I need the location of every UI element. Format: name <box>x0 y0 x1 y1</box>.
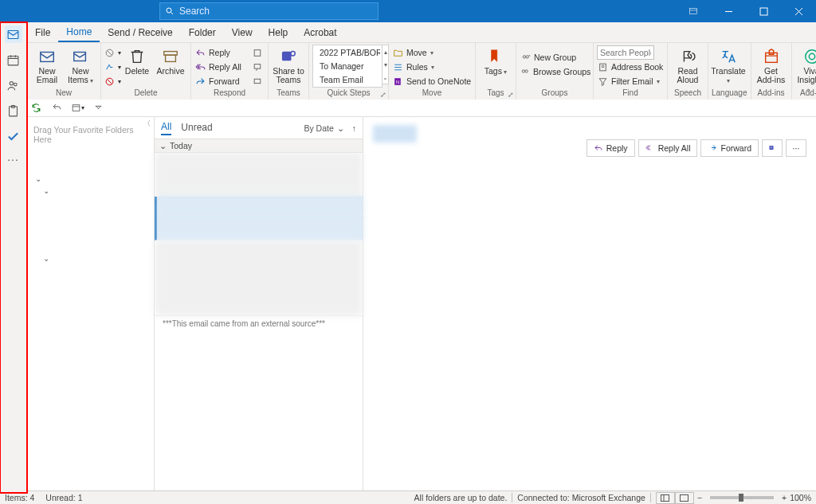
view-reading[interactable] <box>675 492 694 504</box>
todo-rail-button[interactable] <box>5 127 22 145</box>
new-email-button[interactable]: New Email <box>30 45 64 84</box>
menu-file[interactable]: File <box>27 22 58 42</box>
quickstep-1[interactable]: 2022 PTAB/BOR... <box>314 46 381 59</box>
send-onenote-button[interactable]: NSend to OneNote <box>392 75 472 88</box>
status-sync: All folders are up to date. <box>414 493 508 502</box>
svg-rect-9 <box>41 53 54 62</box>
menu-help[interactable]: Help <box>261 22 296 42</box>
undo-button[interactable] <box>49 101 64 115</box>
group-label-teams: Teams <box>272 88 305 100</box>
junk-button[interactable]: ▾ <box>104 75 120 88</box>
folder-expander-1[interactable]: ⌄ <box>32 173 151 185</box>
folder-expander-2[interactable]: ⌄ <box>32 185 151 197</box>
sync-button[interactable] <box>29 101 43 115</box>
group-label-language: Language <box>712 88 747 100</box>
move-button[interactable]: Move <box>392 46 472 59</box>
rp-more-button[interactable]: ··· <box>786 139 806 157</box>
new-group-button[interactable]: New Group <box>520 51 590 64</box>
svg-rect-14 <box>166 55 176 61</box>
svg-text:N: N <box>396 79 399 84</box>
calendar-rail-button[interactable] <box>5 51 22 68</box>
quickstep-2[interactable]: To Manager <box>314 60 381 72</box>
archive-button[interactable]: Archive <box>154 45 187 76</box>
menu-view[interactable]: View <box>224 22 261 42</box>
ribbon-group-language: Translate Language <box>708 43 751 100</box>
sort-button[interactable]: By Date⌄↑ <box>304 123 356 133</box>
collapse-folder-pane[interactable]: 〈 <box>143 119 151 129</box>
view-switcher[interactable] <box>656 492 694 504</box>
menu-acrobat[interactable]: Acrobat <box>296 22 344 42</box>
get-addins-button[interactable]: Get Add-ins <box>755 45 788 84</box>
ribbon-group-tags: Tags Tags ⤢ <box>476 43 516 100</box>
read-aloud-button[interactable]: Read Aloud <box>671 45 704 84</box>
menu-folder[interactable]: Folder <box>181 22 224 42</box>
message-tab-all[interactable]: All <box>161 121 171 135</box>
search-box[interactable] <box>159 2 379 20</box>
svg-rect-17 <box>254 79 261 83</box>
viva-insights-button[interactable]: Viva Insights <box>795 45 817 84</box>
main-content: 〈 Drag Your Favorite Folders Here ⌄ ⌄ ⌄ … <box>0 117 816 490</box>
rp-reply-button[interactable]: Reply <box>586 139 635 157</box>
ribbon-group-find: Address Book Filter Email Find <box>594 43 668 100</box>
rp-teams-button[interactable]: T <box>762 139 783 157</box>
group-label-quicksteps: Quick Steps <box>312 88 385 100</box>
quickstep-scroll[interactable]: ▴▾⌄ <box>382 45 389 84</box>
ribbon-group-addin: Viva Insights Add-in <box>792 43 817 100</box>
reply-button[interactable]: Reply <box>194 46 252 59</box>
zoom-out[interactable]: − <box>697 493 702 502</box>
close-button[interactable] <box>781 0 816 22</box>
svg-point-24 <box>523 55 525 57</box>
message-item-2[interactable] <box>155 197 363 240</box>
new-items-button[interactable]: New Items <box>64 45 97 84</box>
rules-button[interactable]: Rules <box>392 61 472 73</box>
more-respond-button[interactable] <box>252 75 265 88</box>
tags-button[interactable]: Tags <box>479 45 512 76</box>
ribbon-group-delete: ▾ ▾ ▾ Delete Archive Delete <box>101 43 191 100</box>
customize-qat-button[interactable] <box>91 101 105 115</box>
translate-button[interactable]: Translate <box>712 45 745 85</box>
minimize-button[interactable] <box>711 0 746 22</box>
message-item-1[interactable] <box>155 153 363 197</box>
meeting-button[interactable] <box>252 46 265 59</box>
collapse-ribbon-button[interactable]: ⌃ <box>805 88 811 96</box>
delete-button[interactable]: Delete <box>120 45 154 76</box>
mail-rail-button[interactable] <box>5 25 22 43</box>
quicksteps-launcher[interactable]: ⤢ <box>380 91 386 99</box>
search-input[interactable] <box>179 6 373 17</box>
filter-email-button[interactable]: Filter Email <box>597 75 664 88</box>
people-rail-button[interactable] <box>5 76 22 94</box>
rp-forward-button[interactable]: Forward <box>700 139 759 157</box>
rp-reply-all-button[interactable]: Reply All <box>638 139 698 157</box>
cleanup-button[interactable]: ▾ <box>104 61 120 73</box>
ribbon-display-button[interactable] <box>676 0 711 22</box>
folder-expander-3[interactable]: ⌄ <box>32 252 151 264</box>
search-people-input[interactable] <box>597 46 664 59</box>
folder-qat-button[interactable]: ▾ <box>70 101 84 115</box>
svg-point-6 <box>167 8 171 13</box>
zoom-in[interactable]: + <box>782 493 787 502</box>
message-tab-unread[interactable]: Unread <box>181 122 212 135</box>
ignore-button[interactable]: ▾ <box>104 46 120 59</box>
menu-send-receive[interactable]: Send / Receive <box>100 22 180 42</box>
browse-groups-button[interactable]: Browse Groups <box>520 65 590 78</box>
maximize-button[interactable] <box>746 0 781 22</box>
tasks-rail-button[interactable] <box>5 102 22 119</box>
view-normal[interactable] <box>656 492 675 504</box>
tags-launcher[interactable]: ⤢ <box>508 91 514 99</box>
group-header-today[interactable]: ⌄Today <box>155 139 363 153</box>
im-button[interactable] <box>252 61 265 73</box>
share-to-teams-button[interactable]: T Share to Teams <box>272 45 305 84</box>
address-book-button[interactable]: Address Book <box>597 61 664 73</box>
message-item-3[interactable] <box>155 240 363 316</box>
reply-all-button[interactable]: Reply All <box>194 61 252 73</box>
more-rail-button[interactable]: ··· <box>7 153 19 166</box>
zoom-slider[interactable] <box>710 496 774 499</box>
group-label-delete: Delete <box>104 88 187 100</box>
svg-point-27 <box>525 69 528 72</box>
svg-point-29 <box>602 65 604 68</box>
quickstep-3[interactable]: Team Email <box>314 73 381 86</box>
forward-button[interactable]: Forward <box>194 75 252 88</box>
ribbon-group-groups: New Group Browse Groups Groups <box>516 43 594 100</box>
ribbon-group-new: New Email New Items New <box>27 43 101 100</box>
menu-home[interactable]: Home <box>58 22 100 42</box>
